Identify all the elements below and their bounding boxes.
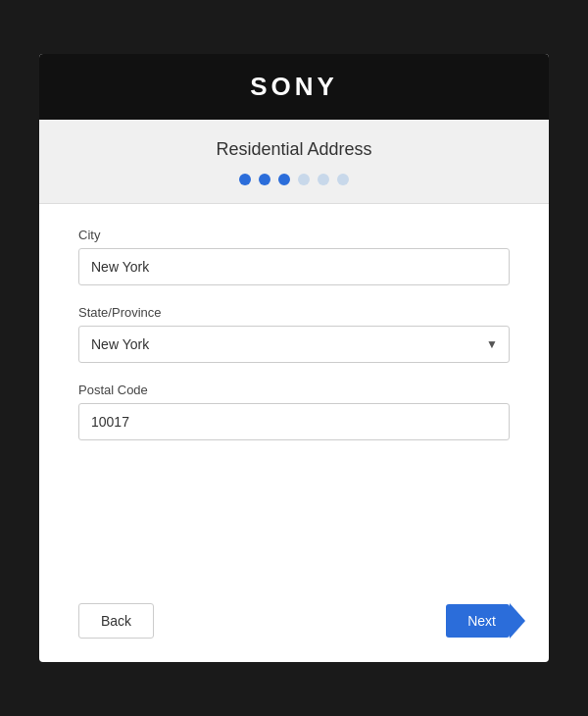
city-label: City: [78, 228, 510, 242]
main-card: SONY Residential Address City State/Prov…: [39, 54, 549, 662]
progress-dot-1: [239, 174, 251, 185]
sony-logo: SONY: [39, 72, 549, 102]
state-select-wrapper: New York California Texas Florida Illino…: [78, 326, 510, 363]
back-button[interactable]: Back: [78, 603, 154, 639]
postal-label: Postal Code: [78, 383, 510, 397]
footer-buttons: Back Next: [39, 584, 549, 662]
page-title: Residential Address: [39, 139, 549, 160]
progress-dot-4: [298, 174, 310, 185]
progress-indicator: [39, 174, 549, 185]
progress-dot-6: [337, 174, 349, 185]
spacer: [78, 460, 510, 554]
progress-dot-3: [278, 174, 290, 185]
next-arrow-icon: [510, 603, 525, 639]
header: SONY: [39, 54, 549, 120]
next-button[interactable]: Next: [446, 604, 510, 638]
city-input[interactable]: [78, 248, 510, 285]
progress-dot-5: [318, 174, 329, 185]
subheader: Residential Address: [39, 120, 549, 204]
next-button-label: Next: [467, 613, 510, 629]
postal-field-group: Postal Code: [78, 383, 510, 440]
city-field-group: City: [78, 228, 510, 285]
state-label: State/Province: [78, 305, 510, 320]
form-body: City State/Province New York California …: [39, 204, 549, 584]
state-select[interactable]: New York California Texas Florida Illino…: [78, 326, 510, 363]
progress-dot-2: [259, 174, 270, 185]
postal-input[interactable]: [78, 403, 510, 440]
state-field-group: State/Province New York California Texas…: [78, 305, 510, 363]
